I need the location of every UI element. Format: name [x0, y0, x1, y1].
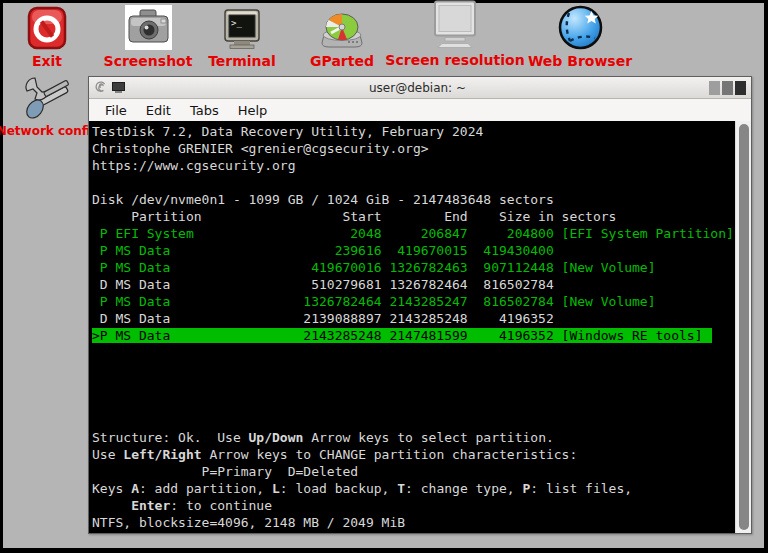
menu-file[interactable]: File	[98, 102, 134, 119]
tools-icon	[21, 76, 75, 120]
desktop-icon-terminal[interactable]: >_ Terminal	[192, 4, 292, 69]
desktop-icon-label: Web Browser	[528, 53, 632, 69]
menu-tabs[interactable]: Tabs	[183, 102, 226, 119]
scrollbar-track[interactable]	[735, 121, 751, 533]
globe-icon	[557, 4, 604, 50]
desktop-icon-label: Network config	[0, 123, 99, 139]
terminal-window: user@debian: ~ File Edit Tabs Help TestD…	[88, 76, 752, 534]
desktop-icon-label: Exit	[32, 53, 62, 69]
desktop-icon-network-config[interactable]: Network config	[1, 76, 95, 139]
desktop: Exit Screenshot >_	[3, 3, 764, 548]
disk-partition-icon	[320, 4, 364, 50]
camera-icon	[125, 4, 172, 50]
window-title: user@debian: ~	[128, 81, 707, 95]
menu-edit[interactable]: Edit	[139, 102, 178, 119]
window-titlebar[interactable]: user@debian: ~	[89, 77, 751, 99]
desktop-icon-label: Screen resolution	[385, 52, 524, 68]
menu-bar: File Edit Tabs Help	[89, 99, 751, 121]
desktop-icon-screen-resolution[interactable]: Screen resolution	[385, 3, 525, 68]
terminal-area[interactable]: TestDisk 7.2, Data Recovery Utility, Feb…	[89, 121, 751, 533]
desktop-icon-gparted[interactable]: GParted	[292, 4, 392, 69]
terminal-mini-icon	[112, 78, 125, 97]
scrollbar-thumb[interactable]	[739, 124, 749, 530]
desktop-icon-screenshot[interactable]: Screenshot	[98, 4, 198, 69]
svg-text:>_: >_	[231, 18, 242, 28]
menu-help[interactable]: Help	[231, 102, 275, 119]
maximize-button[interactable]	[722, 81, 733, 95]
monitor-icon	[432, 3, 478, 49]
power-icon	[27, 4, 67, 50]
desktop-icon-exit[interactable]: Exit	[8, 4, 86, 69]
desktop-icon-label: Terminal	[208, 53, 276, 69]
desktop-icon-label: GParted	[310, 53, 374, 69]
minimize-button[interactable]	[709, 81, 720, 95]
terminal-output: TestDisk 7.2, Data Recovery Utility, Feb…	[89, 121, 735, 533]
desktop-icon-label: Screenshot	[104, 53, 193, 69]
crt-terminal-icon: >_	[224, 4, 260, 50]
debian-swirl-icon	[94, 78, 107, 97]
desktop-icon-web-browser[interactable]: Web Browser	[520, 4, 640, 69]
close-button[interactable]	[735, 81, 746, 95]
